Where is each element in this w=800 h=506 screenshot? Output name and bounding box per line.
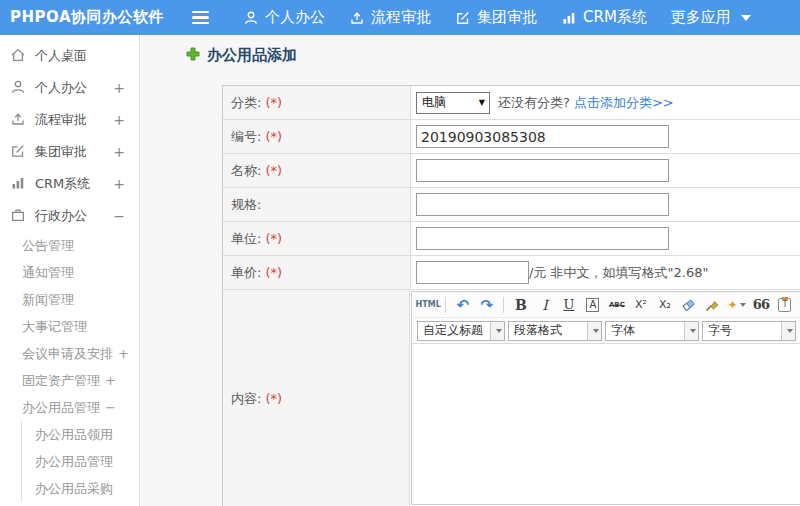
caret-down-icon <box>593 329 599 333</box>
add-plus-icon <box>186 46 200 65</box>
sidebar-subitem-meetings[interactable]: 会议申请及安排 + <box>0 340 139 367</box>
editor-toolbar-row1: HTML ↶ ↷ B I U A ABC X² X₂ <box>412 292 800 318</box>
required-marker: (*) <box>265 163 282 178</box>
bold-button[interactable]: B <box>510 294 531 315</box>
chart-icon <box>561 10 577 26</box>
category-select[interactable]: 电脑 ▼ <box>416 92 490 114</box>
sidebar-subsubitem-supplies-manage[interactable]: 办公用品管理 <box>22 448 139 475</box>
expand-minus[interactable]: − <box>113 208 125 224</box>
nav-personal-office[interactable]: 个人办公 <box>231 0 337 35</box>
subscript-button[interactable]: X₂ <box>654 294 675 315</box>
sidebar-subitem-notifications[interactable]: 通知管理 <box>0 259 139 286</box>
nav-more-apps[interactable]: 更多应用 <box>659 0 763 35</box>
autoformat-button[interactable]: ✦ <box>726 294 747 315</box>
eraser-icon <box>681 298 696 312</box>
top-navigation: 个人办公 流程审批 集团审批 CRM系统 <box>231 0 763 35</box>
required-marker: (*) <box>265 129 282 144</box>
category-hint: 还没有分类? <box>498 94 570 112</box>
edit-icon <box>10 143 26 162</box>
price-label: 单价: <box>231 264 261 282</box>
required-marker: (*) <box>265 95 282 110</box>
unit-label: 单位: <box>231 230 261 248</box>
top-navbar: PHPOA协同办公软件 个人办公 流程审批 集团 <box>0 0 800 35</box>
nav-group-approval[interactable]: 集团审批 <box>443 0 549 35</box>
office-supplies-submenu: 办公用品领用 办公用品管理 办公用品采购 <box>21 421 139 502</box>
caret-down-icon <box>690 329 696 333</box>
caret-down-icon <box>787 329 793 333</box>
form-row-name: 名称: (*) <box>223 154 800 188</box>
format-brush-button[interactable] <box>702 294 723 315</box>
paragraph-format-select[interactable]: 段落格式 <box>508 321 602 341</box>
redo-button[interactable]: ↷ <box>476 294 497 315</box>
sidebar-subsubitem-supplies-claim[interactable]: 办公用品领用 <box>22 421 139 448</box>
workflow-icon <box>10 111 26 130</box>
main-content: 办公用品添加 分类: (*) 电脑 ▼ 还没有分类? 点击添加分类>> 编号: … <box>141 35 800 506</box>
italic-button[interactable]: I <box>534 294 555 315</box>
user-icon <box>10 79 26 98</box>
undo-button[interactable]: ↶ <box>452 294 473 315</box>
sidebar-item-desktop[interactable]: 个人桌面 <box>0 40 139 72</box>
sidebar-subitem-fixed-assets[interactable]: 固定资产管理 + <box>0 367 139 394</box>
add-category-link[interactable]: 点击添加分类>> <box>574 94 674 112</box>
nav-workflow-approval[interactable]: 流程审批 <box>337 0 443 35</box>
sidebar-item-personal-office[interactable]: 个人办公 + <box>0 72 139 104</box>
workflow-icon <box>349 10 365 26</box>
briefcase-icon <box>10 207 26 226</box>
expand-plus[interactable]: + <box>113 80 125 96</box>
price-input[interactable] <box>416 261 529 284</box>
expand-plus[interactable]: + <box>118 346 129 361</box>
select-caret-icon: ▼ <box>479 98 485 107</box>
rich-text-editor: HTML ↶ ↷ B I U A ABC X² X₂ <box>411 291 800 505</box>
price-format-hint: /元 非中文，如填写格式"2.68" <box>529 264 708 282</box>
editor-content-area[interactable] <box>412 344 800 504</box>
paste-text-button[interactable]: T <box>774 294 795 315</box>
spec-input[interactable] <box>416 193 669 216</box>
font-family-select[interactable]: 字体 <box>605 321 699 341</box>
eraser-button[interactable] <box>678 294 699 315</box>
unit-input[interactable] <box>416 227 669 250</box>
edit-icon <box>455 10 471 26</box>
sidebar-subsubitem-supplies-purchase[interactable]: 办公用品采购 <box>22 475 139 502</box>
custom-title-select[interactable]: 自定义标题 <box>417 321 505 341</box>
sidebar-item-crm[interactable]: CRM系统 + <box>0 168 139 200</box>
page-title: 办公用品添加 <box>186 46 297 65</box>
name-input[interactable] <box>416 159 669 182</box>
sidebar-item-admin-office[interactable]: 行政办公 − <box>0 200 139 232</box>
content-label: 内容: <box>231 390 261 408</box>
html-source-button[interactable]: HTML <box>417 294 439 315</box>
code-input[interactable] <box>416 125 669 148</box>
nav-crm-system[interactable]: CRM系统 <box>549 0 659 35</box>
category-label: 分类: <box>231 94 261 112</box>
strikethrough-button[interactable]: ABC <box>606 294 627 315</box>
name-label: 名称: <box>231 162 261 180</box>
autotypeset-button[interactable]: A <box>582 294 603 315</box>
sidebar-subitem-news[interactable]: 新闻管理 <box>0 286 139 313</box>
format-brush-icon <box>705 298 720 312</box>
expand-plus[interactable]: + <box>113 144 125 160</box>
sidebar-item-workflow-approval[interactable]: 流程审批 + <box>0 104 139 136</box>
chart-icon <box>10 175 26 194</box>
expand-minus[interactable]: − <box>105 400 116 415</box>
hamburger-icon <box>192 11 209 14</box>
expand-plus[interactable]: + <box>105 373 116 388</box>
blockquote-button[interactable]: 66 <box>750 294 771 315</box>
sidebar-item-group-approval[interactable]: 集团审批 + <box>0 136 139 168</box>
sidebar-subitem-announcements[interactable]: 公告管理 <box>0 232 139 259</box>
sidebar-subitem-office-supplies[interactable]: 办公用品管理 − <box>0 394 139 421</box>
menu-toggle-button[interactable] <box>183 0 217 35</box>
add-supply-form: 分类: (*) 电脑 ▼ 还没有分类? 点击添加分类>> 编号: (*) <box>222 85 800 506</box>
superscript-button[interactable]: X² <box>630 294 651 315</box>
expand-plus[interactable]: + <box>113 176 125 192</box>
home-icon <box>10 47 26 66</box>
user-icon <box>243 10 259 26</box>
font-size-select[interactable]: 字号 <box>702 321 796 341</box>
expand-plus[interactable]: + <box>113 112 125 128</box>
caret-down-icon <box>496 329 502 333</box>
caret-down-icon <box>741 15 751 21</box>
form-row-code: 编号: (*) <box>223 120 800 154</box>
underline-button[interactable]: U <box>558 294 579 315</box>
sidebar-subitem-memorabilia[interactable]: 大事记管理 <box>0 313 139 340</box>
app-logo: PHPOA协同办公软件 <box>0 8 183 27</box>
form-row-price: 单价: (*) /元 非中文，如填写格式"2.68" <box>223 256 800 290</box>
required-marker: (*) <box>265 265 282 280</box>
